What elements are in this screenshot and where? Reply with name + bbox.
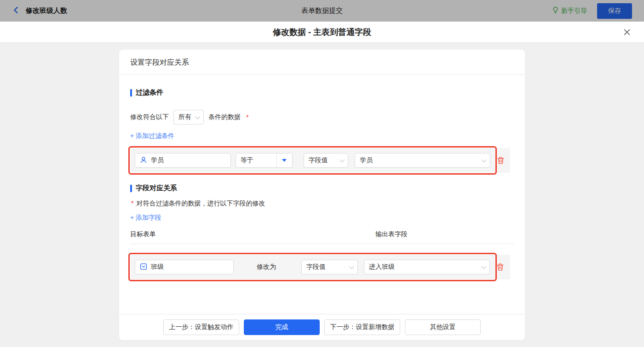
field-mapping-row: 班级 修改为 字段值 进入班级: [130, 255, 510, 279]
chevron-down-icon: [481, 264, 486, 269]
add-filter-condition-link[interactable]: + 添加过滤条件: [130, 132, 174, 140]
target-field-input[interactable]: 班级: [135, 260, 234, 274]
filter-section-title: 过滤条件: [130, 88, 514, 97]
filter-field-value: 学员: [151, 156, 164, 165]
filter-value-type-select[interactable]: 字段值: [304, 153, 348, 168]
close-icon[interactable]: [622, 27, 632, 37]
done-button[interactable]: 完成: [244, 319, 320, 335]
delete-mapping-button[interactable]: [496, 263, 504, 271]
toolbar-center-title: 表单数据提交: [0, 6, 644, 15]
target-field-value: 班级: [151, 263, 164, 271]
beginner-guide-label: 新手引导: [561, 7, 587, 15]
select-field-icon: [140, 263, 147, 272]
match-mode-select[interactable]: 所有: [173, 110, 204, 125]
mapping-description-text: 对符合过滤条件的数据，进行以下字段的修改: [136, 199, 265, 208]
modal-title: 修改数据 - 主表到普通字段: [273, 27, 371, 38]
next-step-button[interactable]: 下一步：设置新增数据: [324, 319, 400, 335]
filter-condition-row-wrap: 学员 等于 字段值 学员: [130, 148, 514, 173]
add-field-link[interactable]: + 添加字段: [130, 214, 161, 222]
settings-panel: 设置字段对应关系 过滤条件 修改符合以下 所有 条件的数据 * + 添加过滤条件: [119, 50, 525, 340]
other-settings-button[interactable]: 其他设置: [405, 319, 481, 335]
modify-to-label: 修改为: [257, 263, 276, 271]
member-field-icon: [140, 156, 147, 165]
section-bar: [130, 185, 132, 192]
chevron-down-icon: [339, 157, 345, 162]
mapping-value-select[interactable]: 进入班级: [364, 260, 490, 274]
modal-header: 修改数据 - 主表到普通字段: [0, 22, 644, 43]
mapping-value-type: 字段值: [306, 263, 326, 271]
beginner-guide-link[interactable]: 新手引导: [552, 6, 587, 15]
save-button[interactable]: 保存: [597, 3, 632, 19]
trash-icon: [497, 156, 505, 165]
mapping-description: * 对符合过滤条件的数据，进行以下字段的修改: [130, 199, 514, 208]
top-toolbar: 修改班级人数 表单数据提交 新手引导 保存: [0, 0, 644, 22]
mapping-section-label: 字段对应关系: [136, 184, 177, 193]
operator-value: 等于: [236, 156, 276, 165]
chevron-down-icon: [195, 114, 200, 119]
mapping-column-headers: 目标表单 输出表字段: [130, 230, 514, 244]
filter-field-input[interactable]: 学员: [135, 153, 231, 168]
match-prefix: 修改符合以下: [130, 113, 169, 121]
operator-caret-zone[interactable]: [276, 154, 292, 167]
caret-down-icon: [282, 159, 287, 162]
operator-select[interactable]: 等于: [236, 153, 293, 168]
delete-condition-button[interactable]: [497, 156, 505, 165]
chevron-down-icon: [349, 264, 354, 269]
target-form-header: 目标表单: [130, 230, 375, 239]
lightbulb-icon: [552, 6, 559, 15]
required-asterisk: *: [246, 114, 248, 121]
trash-icon: [496, 263, 504, 271]
modal-body: 设置字段对应关系 过滤条件 修改符合以下 所有 条件的数据 * + 添加过滤条件: [0, 43, 644, 347]
panel-footer: 上一步：设置触发动作 完成 下一步：设置新增数据 其他设置: [119, 314, 525, 340]
filter-value-type: 字段值: [309, 156, 328, 165]
match-condition-row: 修改符合以下 所有 条件的数据 *: [130, 110, 514, 125]
mapping-value: 进入班级: [369, 263, 395, 271]
match-suffix: 条件的数据: [208, 113, 241, 121]
section-bar: [130, 89, 132, 97]
chevron-down-icon: [482, 157, 487, 162]
mapping-value-type-select[interactable]: 字段值: [301, 260, 358, 274]
filter-section-label: 过滤条件: [136, 88, 163, 97]
output-field-header: 输出表字段: [375, 230, 408, 239]
filter-value-select[interactable]: 学员: [355, 153, 490, 168]
match-mode-value: 所有: [178, 113, 191, 121]
field-mapping-row-wrap: 班级 修改为 字段值 进入班级: [130, 255, 514, 279]
mapping-section-title: 字段对应关系: [130, 184, 514, 193]
panel-header: 设置字段对应关系: [119, 50, 525, 75]
filter-value: 学员: [360, 156, 373, 165]
prev-step-button[interactable]: 上一步：设置触发动作: [163, 319, 239, 335]
filter-condition-row: 学员 等于 字段值 学员: [130, 148, 510, 173]
required-asterisk: *: [131, 199, 133, 207]
